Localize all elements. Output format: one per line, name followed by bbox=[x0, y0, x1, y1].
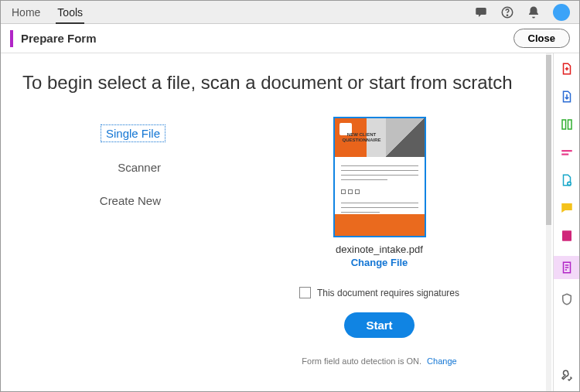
topbar-icons bbox=[474, 4, 570, 21]
autodetect-change-link[interactable]: Change bbox=[427, 356, 457, 366]
tab-home[interactable]: Home bbox=[10, 1, 42, 24]
svg-rect-8 bbox=[562, 230, 571, 241]
signatures-row: This document requires signatures bbox=[299, 287, 459, 298]
source-options: Single File Scanner Create New bbox=[22, 117, 165, 366]
option-single-file[interactable]: Single File bbox=[101, 124, 165, 142]
tab-tools[interactable]: Tools bbox=[56, 1, 84, 24]
redact-icon[interactable] bbox=[559, 145, 575, 160]
svg-rect-5 bbox=[561, 150, 572, 152]
svg-rect-4 bbox=[568, 120, 571, 129]
autodetect-status: Form field auto detection is ON. Change bbox=[302, 356, 456, 366]
edit-pdf-icon[interactable] bbox=[559, 228, 575, 244]
tool-header: Prepare Form Close bbox=[1, 24, 579, 53]
filename-label: dexinote_intake.pdf bbox=[336, 244, 423, 255]
bell-icon[interactable] bbox=[527, 5, 541, 19]
combine-icon[interactable] bbox=[559, 172, 575, 188]
top-tabs: Home Tools bbox=[10, 1, 84, 24]
signatures-checkbox[interactable] bbox=[299, 287, 311, 298]
right-rail bbox=[553, 53, 579, 391]
page-headline: To begin select a file, scan a document … bbox=[22, 72, 531, 94]
change-file-link[interactable]: Change File bbox=[351, 257, 408, 268]
svg-point-2 bbox=[507, 15, 507, 15]
signatures-label: This document requires signatures bbox=[317, 288, 459, 298]
export-pdf-icon[interactable] bbox=[559, 89, 575, 104]
tool-title: Prepare Form bbox=[21, 32, 97, 45]
autodetect-text: Form field auto detection is ON. bbox=[302, 356, 421, 366]
close-button[interactable]: Close bbox=[513, 29, 570, 48]
main-panel: To begin select a file, scan a document … bbox=[1, 53, 553, 391]
prepare-form-icon[interactable] bbox=[554, 256, 580, 279]
more-tools-icon[interactable] bbox=[559, 368, 575, 383]
svg-rect-3 bbox=[562, 120, 566, 129]
top-bar: Home Tools bbox=[1, 1, 579, 24]
tool-accent bbox=[10, 30, 13, 47]
option-create-new[interactable]: Create New bbox=[95, 193, 165, 209]
start-button[interactable]: Start bbox=[344, 312, 414, 338]
option-indicator bbox=[165, 124, 181, 366]
svg-rect-6 bbox=[561, 154, 568, 155]
organize-icon[interactable] bbox=[559, 117, 575, 132]
thumb-title: NEW CLIENT QUESTIONNAIRE bbox=[335, 132, 389, 143]
svg-rect-0 bbox=[476, 8, 486, 15]
option-scanner[interactable]: Scanner bbox=[113, 159, 165, 176]
notifications-chat-icon[interactable] bbox=[474, 5, 488, 19]
help-icon[interactable] bbox=[500, 5, 514, 19]
avatar[interactable] bbox=[553, 4, 570, 21]
scrollbar-thumb[interactable] bbox=[546, 55, 551, 225]
create-pdf-icon[interactable] bbox=[559, 61, 575, 77]
file-thumbnail[interactable]: NEW CLIENT QUESTIONNAIRE bbox=[333, 117, 426, 237]
preview-column: NEW CLIENT QUESTIONNAIRE bbox=[181, 117, 531, 366]
protect-icon[interactable] bbox=[559, 291, 575, 307]
comment-icon[interactable] bbox=[559, 200, 575, 216]
